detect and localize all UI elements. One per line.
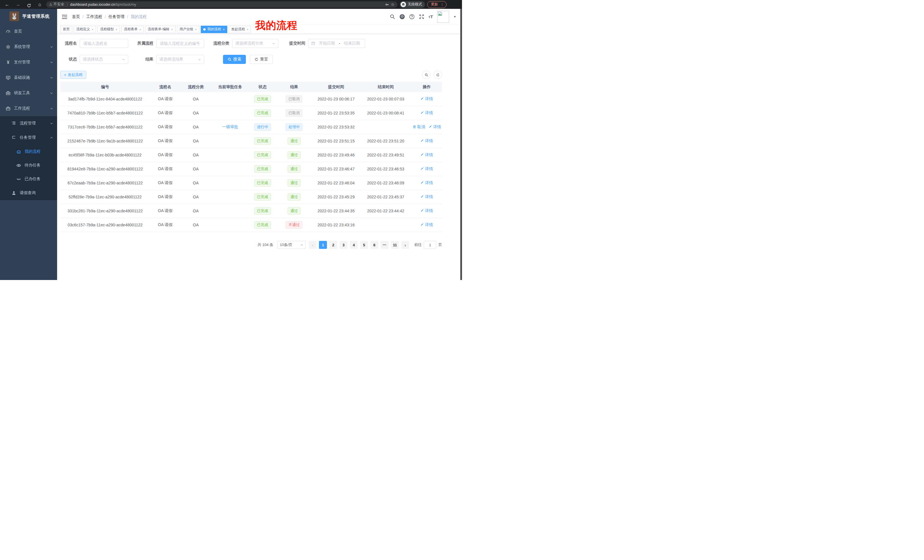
process-name-input[interactable] (83, 41, 125, 46)
avatar-caret-down-icon[interactable]: ▼ (453, 15, 456, 18)
chrome-menu-icon[interactable]: ⋮ (440, 2, 444, 7)
tab-start-process[interactable]: 发起流程× (229, 26, 251, 33)
breadcrumb-workflow[interactable]: 工作流程 (86, 14, 102, 19)
detail-link[interactable]: 详情 (420, 180, 433, 186)
sidebar-item-my-process[interactable]: 我的流程 (0, 145, 57, 159)
tab-home[interactable]: 首页 (60, 26, 72, 33)
bookmark-star-icon[interactable]: ☆ (391, 2, 394, 7)
app-logo[interactable]: 🐰 芋道管理系统 (0, 9, 57, 24)
cancel-link[interactable]: 取消 (412, 124, 425, 130)
tab-my-process-active[interactable]: 我的流程× (201, 26, 227, 33)
chevron-up-icon (50, 107, 53, 110)
page-button-3[interactable]: 3 (339, 241, 348, 249)
page-button-4[interactable]: 4 (350, 241, 358, 249)
table-row: 52ffd28e-7b9a-11ec-a290-acde48001122OA 请… (60, 190, 442, 204)
address-bar[interactable]: ⚠ 不安全 dashboard.yudao.iocoder.cn/bpm/tas… (46, 1, 398, 8)
next-page-button[interactable]: › (401, 241, 409, 249)
start-process-button[interactable]: + 发起流程 (60, 71, 86, 79)
breadcrumb-task-mgmt[interactable]: 任务管理 (108, 14, 124, 19)
result-badge: 不通过 (285, 221, 302, 229)
close-icon[interactable]: × (195, 28, 197, 31)
process-definition-input[interactable] (159, 41, 201, 46)
sidebar-item-system[interactable]: 系统管理 (0, 39, 57, 54)
prev-page-button[interactable]: ‹ (309, 241, 316, 249)
not-secure-label: 不安全 (53, 2, 64, 7)
page-button-5[interactable]: 5 (360, 241, 368, 249)
detail-link[interactable]: 详情 (429, 124, 441, 130)
more-pages-button[interactable]: ••• (381, 241, 388, 249)
detail-link[interactable]: 详情 (420, 96, 433, 102)
sidebar-item-todo-tasks[interactable]: 待办任务 (0, 159, 57, 172)
close-icon[interactable]: × (247, 28, 248, 31)
sidebar-item-workflow[interactable]: 工作流程 (0, 101, 57, 116)
help-icon[interactable] (409, 14, 415, 19)
sidebar-item-home[interactable]: 首页 (0, 24, 57, 39)
browser-reload-icon[interactable] (24, 1, 33, 8)
detail-link[interactable]: 详情 (420, 138, 433, 144)
search-button[interactable]: 搜索 (223, 55, 246, 64)
chrome-update-button[interactable]: 更新 ⋮ (427, 1, 447, 8)
avatar[interactable] (437, 11, 449, 23)
jump-page-input[interactable] (424, 241, 436, 249)
page-button-6[interactable]: 6 (370, 241, 378, 249)
range-separator: - (339, 41, 340, 46)
not-secure-warning-icon[interactable]: ⚠ 不安全 (49, 2, 64, 7)
github-icon[interactable] (399, 14, 405, 19)
sidebar-item-label: 已办任务 (24, 177, 53, 181)
reset-button[interactable]: 重置 (250, 55, 273, 64)
show-search-button[interactable] (422, 70, 430, 79)
page-button-2[interactable]: 2 (329, 241, 337, 249)
browser-forward-icon[interactable]: → (14, 0, 22, 9)
font-size-icon[interactable]: TT (429, 14, 433, 19)
close-icon[interactable]: × (223, 28, 224, 31)
status-badge: 已完成 (254, 179, 271, 187)
page-scrollbar[interactable] (460, 9, 462, 280)
tab-process-definition[interactable]: 流程定义× (74, 26, 96, 33)
category-select[interactable]: 请选择流程分类 (232, 39, 278, 48)
tab-process-form[interactable]: 流程表单× (122, 26, 144, 33)
sidebar-item-task-mgmt[interactable]: 任务管理 (0, 130, 57, 145)
page-button-1[interactable]: 1 (319, 241, 327, 249)
workflow-submenu: 流程管理 任务管理 (0, 116, 57, 200)
end-date-placeholder: 结束日期 (342, 41, 362, 46)
page-button-11[interactable]: 11 (391, 241, 399, 249)
sidebar-item-payment[interactable]: ¥ 支付管理 (0, 54, 57, 70)
edit-icon (420, 139, 424, 143)
result-select[interactable]: 请选择流结果 (156, 55, 204, 64)
tab-user-group[interactable]: 用户分组× (177, 26, 199, 33)
incognito-label: 无痕模式 (408, 2, 422, 7)
password-key-icon[interactable] (385, 3, 389, 7)
sidebar-item-done-tasks[interactable]: 已办任务 (0, 172, 57, 186)
sidebar-item-leave-query[interactable]: 请假查询 (0, 186, 57, 200)
tab-process-model[interactable]: 流程模型× (98, 26, 120, 33)
tab-process-form-edit[interactable]: 流程表单-编辑× (145, 26, 176, 33)
close-icon[interactable]: × (92, 28, 93, 31)
detail-link[interactable]: 详情 (420, 153, 433, 157)
sidebar-item-dev-tools[interactable]: 研发工具 (0, 85, 57, 101)
browser-back-icon[interactable]: ← (3, 0, 11, 9)
filter-parent-label: 所属流程 (135, 41, 156, 46)
close-icon[interactable]: × (116, 28, 117, 31)
page-size-select[interactable]: 10条/页 (277, 241, 306, 249)
close-icon[interactable]: × (140, 28, 141, 31)
refresh-table-button[interactable] (434, 70, 442, 79)
status-select[interactable]: 请选择状态 (80, 55, 128, 64)
search-icon[interactable] (390, 14, 395, 19)
sidebar-item-infrastructure[interactable]: 基础设施 (0, 70, 57, 85)
sidebar-fold-icon[interactable] (62, 14, 68, 20)
breadcrumb-home[interactable]: 首页 (72, 14, 80, 19)
detail-link[interactable]: 详情 (420, 208, 433, 214)
fullscreen-icon[interactable] (419, 14, 424, 19)
date-range-picker[interactable]: 开始日期 - 结束日期 (308, 39, 365, 48)
close-icon[interactable]: × (171, 28, 173, 31)
sidebar-item-process-mgmt[interactable]: 流程管理 (0, 116, 57, 130)
browser-home-icon[interactable]: ⌂ (35, 0, 44, 9)
table-header-row: 编号 流程名 流程分类 当前审批任务 状态 结果 提交时间 结束时间 操作 (60, 82, 442, 92)
detail-link[interactable]: 详情 (420, 111, 433, 115)
table-row: 819442e8-7b9a-11ec-a290-acde48001122OA 请… (60, 162, 442, 176)
sidebar-item-label: 支付管理 (14, 60, 50, 65)
current-task-link[interactable]: 一级审批 (222, 124, 238, 130)
detail-link[interactable]: 详情 (420, 222, 433, 228)
detail-link[interactable]: 详情 (420, 166, 433, 172)
detail-link[interactable]: 详情 (420, 195, 433, 199)
